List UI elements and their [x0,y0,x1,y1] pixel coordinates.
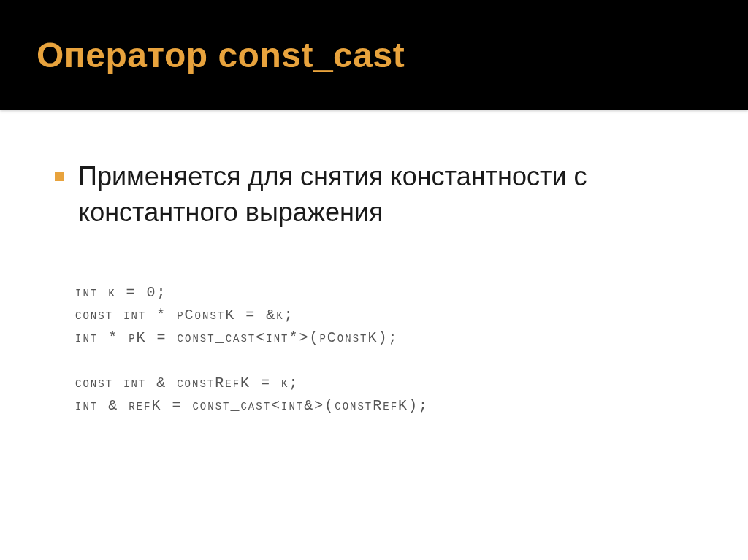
slide-header: Оператор const_cast [0,0,748,110]
bullet-icon [55,172,64,181]
slide-title: Оператор const_cast [37,35,405,75]
slide: Оператор const_cast Применяется для снят… [0,0,748,560]
code-block: int k = 0; const int * pConstK = &k; int… [75,281,704,417]
code-line: const int * pConstK = &k; [75,307,294,323]
code-line: int & refK = const_cast<int&>(constRefK)… [75,397,429,414]
code-line: int * pK = const_cast<int*>(pConstK); [75,329,398,346]
code-line: const int & constRefK = k; [75,375,299,391]
bullet-item: Применяется для снятия константности с к… [55,159,704,230]
code-line: int k = 0; [75,284,167,301]
bullet-text: Применяется для снятия константности с к… [78,159,704,230]
slide-content: Применяется для снятия константности с к… [0,110,748,417]
